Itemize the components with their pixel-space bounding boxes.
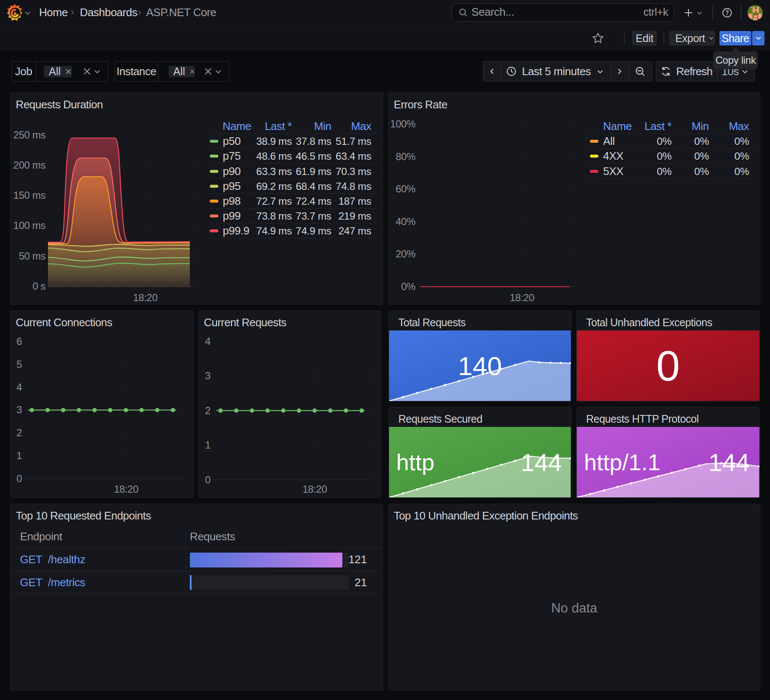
svg-text:247 ms: 247 ms xyxy=(338,225,372,237)
svg-text:70.3 ms: 70.3 ms xyxy=(336,166,371,177)
svg-text:200 ms: 200 ms xyxy=(13,159,45,171)
svg-text:51.7 ms: 51.7 ms xyxy=(336,135,371,147)
svg-text:3: 3 xyxy=(205,370,211,381)
svg-text:0%: 0% xyxy=(657,135,671,147)
svg-text:219 ms: 219 ms xyxy=(338,210,372,222)
svg-text:p95: p95 xyxy=(223,180,241,192)
svg-text:0: 0 xyxy=(205,474,211,485)
svg-text:40%: 40% xyxy=(395,216,415,227)
svg-text:2: 2 xyxy=(205,405,211,416)
svg-text:63.3 ms: 63.3 ms xyxy=(256,166,292,177)
svg-text:p98: p98 xyxy=(223,195,241,207)
svg-text:250 ms: 250 ms xyxy=(13,129,45,141)
svg-text:38.9 ms: 38.9 ms xyxy=(256,135,292,147)
svg-text:p99.9: p99.9 xyxy=(223,224,250,237)
svg-text:18:20: 18:20 xyxy=(114,483,138,495)
svg-text:Max: Max xyxy=(351,120,371,133)
svg-text:48.6 ms: 48.6 ms xyxy=(256,150,292,162)
svg-text:100%: 100% xyxy=(390,118,416,130)
svg-text:73.8 ms: 73.8 ms xyxy=(256,210,292,222)
svg-text:1: 1 xyxy=(205,439,211,451)
svg-text:74.9 ms: 74.9 ms xyxy=(296,225,331,237)
svg-text:69.2 ms: 69.2 ms xyxy=(256,181,292,192)
svg-text:p90: p90 xyxy=(223,165,241,178)
svg-text:68.4 ms: 68.4 ms xyxy=(296,181,331,192)
svg-text:2: 2 xyxy=(17,427,22,438)
svg-text:74.8 ms: 74.8 ms xyxy=(336,181,371,192)
svg-text:100 ms: 100 ms xyxy=(13,220,45,231)
svg-text:Name: Name xyxy=(223,120,251,133)
svg-text:p75: p75 xyxy=(223,150,241,162)
svg-text:150 ms: 150 ms xyxy=(13,189,45,201)
svg-text:0%: 0% xyxy=(734,150,749,162)
svg-text:18:20: 18:20 xyxy=(133,292,158,303)
svg-text:5XX: 5XX xyxy=(603,165,623,178)
svg-text:61.9 ms: 61.9 ms xyxy=(296,166,331,177)
svg-text:6: 6 xyxy=(17,336,22,347)
svg-text:74.9 ms: 74.9 ms xyxy=(256,225,292,237)
svg-text:73.7 ms: 73.7 ms xyxy=(296,210,331,222)
svg-text:80%: 80% xyxy=(395,151,415,162)
svg-text:4XX: 4XX xyxy=(603,150,623,162)
svg-text:18:20: 18:20 xyxy=(302,483,327,495)
svg-text:20%: 20% xyxy=(395,248,415,260)
svg-text:72.7 ms: 72.7 ms xyxy=(256,195,292,207)
svg-text:Max: Max xyxy=(729,120,749,133)
svg-text:60%: 60% xyxy=(395,183,415,195)
svg-text:0: 0 xyxy=(17,473,22,484)
svg-text:1: 1 xyxy=(17,450,22,461)
svg-text:63.4 ms: 63.4 ms xyxy=(336,150,371,162)
svg-text:37.8 ms: 37.8 ms xyxy=(296,135,331,147)
svg-text:18:20: 18:20 xyxy=(510,292,534,303)
svg-text:Min: Min xyxy=(314,120,331,133)
svg-text:0%: 0% xyxy=(657,166,671,177)
svg-text:187 ms: 187 ms xyxy=(338,195,372,207)
svg-text:4: 4 xyxy=(17,381,22,393)
svg-text:0 s: 0 s xyxy=(32,280,45,292)
svg-text:Last *: Last * xyxy=(265,120,292,133)
svg-text:0%: 0% xyxy=(694,135,709,147)
svg-text:0%: 0% xyxy=(657,150,671,162)
svg-text:4: 4 xyxy=(205,336,211,347)
svg-text:0%: 0% xyxy=(401,281,415,292)
svg-text:46.5 ms: 46.5 ms xyxy=(296,150,331,162)
svg-text:50 ms: 50 ms xyxy=(19,250,45,262)
svg-text:Last *: Last * xyxy=(645,120,672,133)
svg-text:0%: 0% xyxy=(734,135,749,147)
svg-text:0%: 0% xyxy=(734,166,749,177)
svg-text:0%: 0% xyxy=(694,166,709,177)
svg-text:All: All xyxy=(603,135,615,147)
svg-text:p99: p99 xyxy=(223,209,241,222)
svg-text:Min: Min xyxy=(692,120,709,133)
svg-text:3: 3 xyxy=(17,404,22,415)
svg-text:0%: 0% xyxy=(694,150,709,162)
svg-text:Name: Name xyxy=(603,120,632,133)
svg-text:p50: p50 xyxy=(223,135,241,147)
svg-text:72.4 ms: 72.4 ms xyxy=(296,195,331,207)
svg-text:5: 5 xyxy=(17,358,22,370)
